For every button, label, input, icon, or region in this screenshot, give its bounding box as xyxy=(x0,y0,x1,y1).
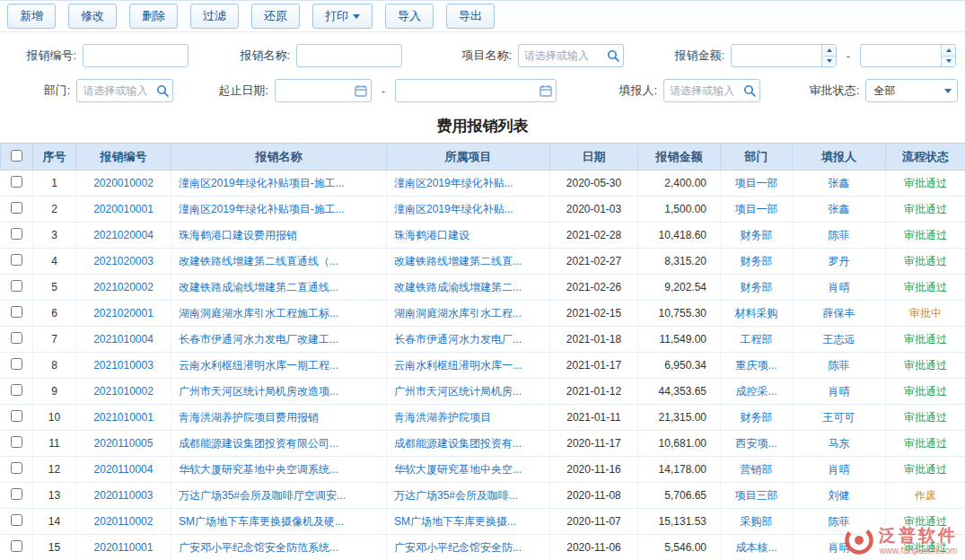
table-row[interactable]: 11 2020110005 成都能源建设集团投资有限公司... 成都能源建设集团… xyxy=(1,431,965,457)
row-checkbox[interactable] xyxy=(11,202,22,214)
department-input[interactable] xyxy=(77,80,153,101)
table-row[interactable]: 13 2020110003 万达广场35#会所及咖啡厅空调安... 万达广场35… xyxy=(1,483,965,509)
reimburse-code-link[interactable]: 2020110003 xyxy=(76,483,171,509)
project-link[interactable]: 潼南区2019年绿化补贴... xyxy=(387,171,550,197)
project-link[interactable]: 青海洪湖养护院项目 xyxy=(387,405,550,431)
reimburse-code-link[interactable]: 2020110002 xyxy=(76,509,171,535)
reimburse-name-link[interactable]: 青海洪湖养护院项目费用报销 xyxy=(171,405,387,431)
reimburse-name-link[interactable]: 广安邓小平纪念馆安全防范系统... xyxy=(171,535,387,560)
reimburse-code-link[interactable]: 2021010002 xyxy=(76,379,171,405)
row-checkbox[interactable] xyxy=(11,410,22,422)
reimburse-no-input[interactable] xyxy=(83,45,188,66)
reimburse-code-link[interactable]: 2021020003 xyxy=(76,249,171,275)
reimburse-name-link[interactable]: 珠海鹤港口建设费用报销 xyxy=(171,223,387,249)
reimburse-name-link[interactable]: 万达广场35#会所及咖啡厅空调安... xyxy=(171,483,387,509)
table-row[interactable]: 14 2020110002 SM广场地下车库更换摄像机及硬... SM广场地下车… xyxy=(1,509,965,535)
project-link[interactable]: 改建铁路成渝线增建第二... xyxy=(387,275,550,301)
reimburse-code-link[interactable]: 2021020001 xyxy=(76,301,171,327)
project-link[interactable]: 湖南洞庭湖水库引水工程... xyxy=(387,301,550,327)
project-link[interactable]: 成都能源建设集团投资有... xyxy=(387,431,550,457)
project-link[interactable]: 云南水利枢纽潜明水库一... xyxy=(387,353,550,379)
table-row[interactable]: 2 2020010001 潼南区2019年绿化补贴项目-施工... 潼南区201… xyxy=(1,197,965,223)
reimburse-code-link[interactable]: 2020010001 xyxy=(76,197,171,223)
row-checkbox[interactable] xyxy=(11,254,22,266)
row-checkbox[interactable] xyxy=(11,384,22,396)
reimburse-code-link[interactable]: 2021020004 xyxy=(76,223,171,249)
project-link[interactable]: 珠海鹤港口建设 xyxy=(387,223,550,249)
row-checkbox[interactable] xyxy=(11,358,22,370)
table-row[interactable]: 3 2021020004 珠海鹤港口建设费用报销 珠海鹤港口建设 2021-02… xyxy=(1,223,965,249)
project-link[interactable]: 万达广场35#会所及咖啡... xyxy=(387,483,550,509)
delete-button[interactable]: 删除 xyxy=(129,4,178,29)
filter-button[interactable]: 过滤 xyxy=(190,4,239,29)
reimburse-name-link[interactable]: 华软大厦研究基地中央空调系统... xyxy=(171,457,387,483)
project-link[interactable]: 长春市伊通河水力发电厂... xyxy=(387,327,550,353)
table-row[interactable]: 4 2021020003 改建铁路线增建第二线直通线（... 改建铁路线增建第二… xyxy=(1,249,965,275)
table-row[interactable]: 1 2020010002 潼南区2019年绿化补贴项目-施工... 潼南区201… xyxy=(1,171,965,197)
table-row[interactable]: 6 2021020001 湖南洞庭湖水库引水工程施工标... 湖南洞庭湖水库引水… xyxy=(1,301,965,327)
table-row[interactable]: 9 2021010002 广州市天河区统计局机房改造项... 广州市天河区统计局… xyxy=(1,379,965,405)
project-link[interactable]: 华软大厦研究基地中央空... xyxy=(387,457,550,483)
reimburse-name-link[interactable]: 湖南洞庭湖水库引水工程施工标... xyxy=(171,301,387,327)
row-checkbox[interactable] xyxy=(11,436,22,448)
row-checkbox[interactable] xyxy=(11,280,22,292)
table-row[interactable]: 7 2021010004 长春市伊通河水力发电厂改建工... 长春市伊通河水力发… xyxy=(1,327,965,353)
reimburse-code-link[interactable]: 2021010001 xyxy=(76,405,171,431)
reimburse-code-link[interactable]: 2020110005 xyxy=(76,431,171,457)
restore-button[interactable]: 还原 xyxy=(251,4,300,29)
date-to-input[interactable] xyxy=(396,80,536,101)
reimburse-code-link[interactable]: 2020110001 xyxy=(76,535,171,560)
calendar-icon[interactable] xyxy=(536,80,556,101)
amount-to-input[interactable] xyxy=(861,45,941,66)
table-row[interactable]: 5 2021020002 改建铁路成渝线增建第二直通线... 改建铁路成渝线增建… xyxy=(1,275,965,301)
date-from-input[interactable] xyxy=(276,80,351,101)
search-icon[interactable] xyxy=(603,45,623,66)
reimburse-code-link[interactable]: 2020010002 xyxy=(76,171,171,197)
table-row[interactable]: 8 2021010003 云南水利枢纽潜明水库一期工程... 云南水利枢纽潜明水… xyxy=(1,353,965,379)
select-all-checkbox[interactable] xyxy=(11,150,22,162)
filler-input[interactable] xyxy=(664,80,740,101)
row-checkbox[interactable] xyxy=(11,332,22,344)
project-name-input[interactable] xyxy=(519,45,603,66)
project-link[interactable]: 广州市天河区统计局机房... xyxy=(387,379,550,405)
reimburse-name-link[interactable]: 潼南区2019年绿化补贴项目-施工... xyxy=(171,171,387,197)
reimburse-name-link[interactable]: 长春市伊通河水力发电厂改建工... xyxy=(171,327,387,353)
reimburse-name-link[interactable]: 成都能源建设集团投资有限公司... xyxy=(171,431,387,457)
search-icon[interactable] xyxy=(740,80,759,101)
row-checkbox[interactable] xyxy=(11,540,22,552)
table-row[interactable]: 12 2020110004 华软大厦研究基地中央空调系统... 华软大厦研究基地… xyxy=(1,457,965,483)
export-button[interactable]: 导出 xyxy=(446,4,495,29)
table-row[interactable]: 10 2021010001 青海洪湖养护院项目费用报销 青海洪湖养护院项目 20… xyxy=(1,405,965,431)
row-checkbox[interactable] xyxy=(11,462,22,474)
row-checkbox[interactable] xyxy=(11,306,22,318)
spinner-down-icon[interactable] xyxy=(942,56,955,67)
row-checkbox[interactable] xyxy=(11,488,22,500)
reimburse-name-link[interactable]: 广州市天河区统计局机房改造项... xyxy=(171,379,387,405)
spinner-down-icon[interactable] xyxy=(822,56,836,67)
project-link[interactable]: SM广场地下车库更换摄... xyxy=(387,509,550,535)
reimburse-code-link[interactable]: 2020110004 xyxy=(76,457,171,483)
spinner-up-icon[interactable] xyxy=(942,45,955,56)
search-icon[interactable] xyxy=(153,80,172,101)
approval-status-select[interactable]: 全部 xyxy=(865,79,958,102)
spinner-up-icon[interactable] xyxy=(822,45,836,56)
row-checkbox[interactable] xyxy=(11,228,22,240)
reimburse-name-link[interactable]: SM广场地下车库更换摄像机及硬... xyxy=(171,509,387,535)
project-link[interactable]: 潼南区2019年绿化补贴... xyxy=(387,197,550,223)
project-link[interactable]: 广安邓小平纪念馆安全防... xyxy=(387,535,550,560)
reimburse-name-link[interactable]: 改建铁路成渝线增建第二直通线... xyxy=(171,275,387,301)
amount-from-input[interactable] xyxy=(732,45,821,66)
reimburse-name-link[interactable]: 云南水利枢纽潜明水库一期工程... xyxy=(171,353,387,379)
table-row[interactable]: 15 2020110001 广安邓小平纪念馆安全防范系统... 广安邓小平纪念馆… xyxy=(1,535,965,560)
reimburse-code-link[interactable]: 2021020002 xyxy=(76,275,171,301)
row-checkbox[interactable] xyxy=(11,176,22,188)
reimburse-name-link[interactable]: 改建铁路线增建第二线直通线（... xyxy=(171,249,387,275)
reimburse-code-link[interactable]: 2021010004 xyxy=(76,327,171,353)
calendar-icon[interactable] xyxy=(351,80,371,101)
import-button[interactable]: 导入 xyxy=(385,4,434,29)
reimburse-name-input[interactable] xyxy=(297,45,401,66)
project-link[interactable]: 改建铁路线增建第二线直... xyxy=(387,249,550,275)
reimburse-code-link[interactable]: 2021010003 xyxy=(76,353,171,379)
row-checkbox[interactable] xyxy=(11,514,22,526)
print-button[interactable]: 打印 xyxy=(312,4,373,29)
